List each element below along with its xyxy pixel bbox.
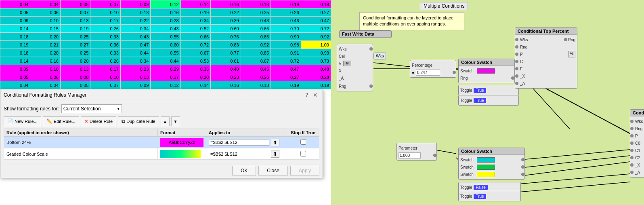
fast-write-data-node[interactable]: Fast Write Data — [339, 30, 392, 38]
table-row[interactable]: Bottom 24% AaBbCcYyZz ⬆ — [4, 137, 319, 148]
applies-to-input-1[interactable] — [209, 139, 269, 146]
rule-format-bottom24: AaBbCcYyZz — [158, 137, 206, 148]
ctp-a-port — [515, 82, 518, 85]
col-rule: Rule (applied in order shown) — [4, 129, 158, 137]
cond-scale-node[interactable]: Conditional Scale Wks Rng Rng P — [630, 109, 644, 178]
cond-top-percent-node[interactable]: Conditional Top Percent Wks Rng Rng P % — [515, 27, 577, 89]
colour-swatch-bottom-node[interactable]: Colour Swatch Swatch Swatch Swatch — [458, 148, 525, 180]
grid-cell: 0.70 — [271, 25, 301, 33]
parameter-node[interactable]: Parameter — [396, 143, 437, 161]
move-down-button[interactable]: ▼ — [171, 116, 180, 126]
colour-swatch-top-node[interactable]: Colour Swatch Swatch Rng — [458, 59, 515, 83]
wks-cel-node[interactable]: Wks Cel V ⊠ X _A Rng — [337, 44, 373, 91]
swatch-color-yellow — [477, 172, 495, 177]
grid-cell: 0.13 — [120, 8, 150, 17]
stop-if-true-2[interactable] — [287, 148, 319, 160]
grid-cell: 0.76 — [211, 33, 241, 41]
stop-if-true-1[interactable] — [287, 137, 319, 148]
dialog-title: Conditional Formatting Rules Manager — [4, 92, 86, 98]
rule-applies-graded[interactable]: ⬆ — [206, 148, 287, 160]
dialog-help[interactable]: ? — [305, 92, 308, 98]
toggle-node-1[interactable]: Toggle True — [458, 85, 519, 95]
swatch-color-green — [477, 165, 495, 170]
grid-cell: 0.13 — [120, 73, 150, 81]
toggle-node-2[interactable]: Toggle True — [458, 95, 519, 106]
ctp-wks-port — [515, 38, 518, 41]
grid-cell: 0.17 — [151, 73, 180, 81]
percentage-value-row: ● — [412, 69, 454, 76]
move-up-button[interactable]: ▲ — [161, 116, 170, 126]
grid-cell: 0.39 — [211, 17, 241, 25]
applies-to-input-2[interactable] — [209, 151, 269, 157]
cs-c0-row: C0 — [632, 139, 644, 147]
show-rules-dropdown[interactable]: Current Selection — [61, 104, 122, 113]
ctp-rng-label: Rng — [520, 45, 527, 49]
close-button[interactable]: Close — [258, 166, 288, 175]
edit-rule-button[interactable]: ✏️ Edit Rule... — [43, 116, 79, 126]
percentage-port-right — [453, 71, 456, 74]
ctp-x-row: _X — [517, 72, 575, 80]
toggle-3-value[interactable]: False — [474, 185, 487, 190]
new-rule-icon: 📄 — [7, 118, 13, 124]
percentage-value-input[interactable] — [416, 70, 440, 76]
grid-cell: 0.85 — [241, 49, 271, 57]
grid-cell: 0.10 — [90, 73, 120, 81]
ctp-rng-label2: Rng — [568, 38, 575, 42]
toggle-1-value[interactable]: True — [474, 88, 486, 93]
ok-button[interactable]: OK — [232, 166, 256, 175]
table-row: 0.180.200.250.330.440.550.670.770.850.91… — [0, 49, 331, 57]
cond-scale-title: Conditional Scale — [630, 110, 644, 116]
x-label: X — [339, 69, 342, 73]
grid-cell: 0.05 — [60, 0, 90, 8]
ctp-rng-row: Rng — [517, 43, 575, 51]
nodes-layer: Multiple Conditions Conditional formatti… — [331, 0, 644, 205]
toggle-2-value[interactable]: True — [474, 98, 486, 103]
grid-cell: 0.13 — [60, 17, 90, 25]
percentage-row: Percentage — [412, 61, 454, 69]
conditional-formatting-dialog: Conditional Formatting Rules Manager ? ✕… — [0, 89, 323, 178]
grid-cell: 0.92 — [241, 41, 271, 49]
rule-applies-bottom24[interactable]: ⬆ — [206, 137, 287, 148]
grid-cell: 0.67 — [241, 57, 271, 65]
grid-cell: 0.29 — [151, 65, 180, 73]
grid-cell: 0.85 — [241, 33, 271, 41]
percentage-node[interactable]: Percentage ● — [410, 60, 456, 78]
cs-x-label: _X — [635, 163, 640, 167]
new-rule-label: New Rule... — [15, 119, 38, 124]
dialog-close-button[interactable]: ✕ — [311, 92, 319, 98]
stop-if-true-checkbox-2[interactable] — [300, 151, 306, 156]
param-value-input[interactable] — [399, 152, 421, 159]
grid-cell: 0.60 — [211, 25, 241, 33]
x-row: X — [339, 67, 371, 74]
delete-rule-button[interactable]: ✕ Delete Rule — [81, 116, 116, 126]
duplicate-rule-button[interactable]: ⧉ Duplicate Rule — [118, 116, 159, 126]
grid-cell: 0.07 — [90, 0, 120, 8]
format-preview-gradient — [160, 150, 201, 158]
grid-cell: 0.98 — [271, 41, 301, 49]
apply-button[interactable]: Apply — [290, 166, 319, 175]
a-row: _A — [339, 74, 371, 82]
toggle-2-label: Toggle — [460, 98, 472, 103]
range-picker-2[interactable]: ⬆ — [271, 150, 279, 158]
grid-cell: 0.10 — [30, 65, 60, 73]
toggle-node-4[interactable]: Toggle True — [458, 191, 521, 201]
cs-c1-label: C1 — [635, 148, 640, 153]
table-row: 0.190.210.270.360.470.600.720.830.920.98… — [0, 41, 331, 49]
wks-port-right — [369, 47, 373, 51]
grid-cell: 0.17 — [90, 17, 120, 25]
table-row[interactable]: Graded Colour Scale ⬆ — [4, 148, 319, 160]
current-selection-wrapper[interactable]: Current Selection ▼ — [61, 104, 122, 113]
toggle-4-value[interactable]: True — [474, 194, 486, 199]
wks-row: Wks — [339, 45, 371, 53]
wks-cel-body: Wks Cel V ⊠ X _A Rng — [337, 44, 373, 91]
ctp-c-port — [515, 60, 518, 63]
cs-swatch-label-2: Swatch — [460, 165, 474, 169]
col-stop-if-true: Stop If True — [287, 129, 319, 137]
grid-cell: 0.23 — [211, 73, 241, 81]
new-rule-button[interactable]: 📄 New Rule... — [4, 116, 41, 126]
grid-cell: 0.34 — [120, 25, 150, 33]
range-picker-1[interactable]: ⬆ — [271, 139, 279, 146]
swatch-row: Swatch — [460, 67, 513, 74]
stop-if-true-checkbox-1[interactable] — [300, 139, 306, 145]
spreadsheet-grid: 0.040.040.050.070.090.120.140.160.180.19… — [0, 0, 331, 89]
